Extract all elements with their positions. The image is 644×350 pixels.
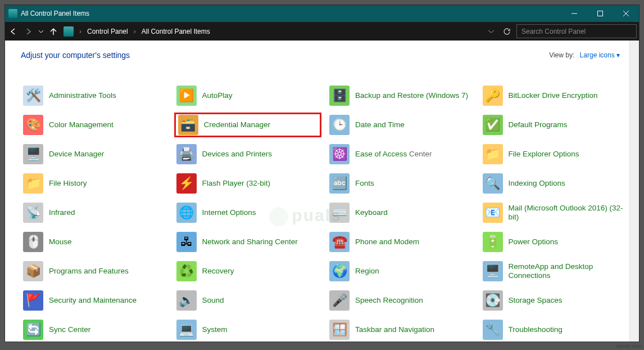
item-icon: 💽 — [483, 290, 503, 311]
item-label: AutoPlay — [202, 91, 233, 100]
item-icon: 🖥️ — [483, 261, 503, 281]
item-infrared[interactable]: 📡Infrared — [21, 200, 169, 225]
item-default-programs[interactable]: ✅Default Programs — [480, 113, 628, 137]
item-icon: 🗃️ — [178, 115, 198, 135]
item-mail-microsoft-outlook-2016-32-bit[interactable]: 📧Mail (Microsoft Outlook 2016) (32-bit) — [480, 200, 628, 225]
close-button[interactable] — [613, 5, 639, 22]
content-area: Adjust your computer's settings View by:… — [5, 41, 639, 342]
item-bitlocker-drive-encryption[interactable]: 🔑BitLocker Drive Encryption — [480, 83, 628, 108]
item-storage-spaces[interactable]: 💽Storage Spaces — [480, 288, 628, 313]
item-label: Indexing Options — [509, 179, 565, 188]
item-icon: 📦 — [23, 261, 43, 281]
item-system[interactable]: 💻System — [174, 317, 322, 342]
item-indexing-options[interactable]: 🔍Indexing Options — [480, 171, 628, 196]
item-icon: 🛠️ — [23, 86, 43, 106]
item-device-manager[interactable]: 🖥️Device Manager — [21, 142, 169, 167]
item-fonts[interactable]: 🔤Fonts — [327, 171, 475, 196]
item-sound[interactable]: 🔊Sound — [174, 288, 322, 313]
item-label: Keyboard — [355, 208, 388, 217]
item-devices-and-printers[interactable]: 🖨️Devices and Printers — [174, 142, 322, 167]
item-remoteapp-and-desktop-connections[interactable]: 🖥️RemoteApp and Desktop Connections — [480, 259, 628, 284]
item-file-history[interactable]: 📁File History — [21, 171, 169, 196]
item-phone-and-modem[interactable]: ☎️Phone and Modem — [327, 230, 475, 254]
item-icon: 🔋 — [483, 232, 503, 252]
item-label: Fonts — [355, 179, 374, 188]
item-icon: 💻 — [176, 320, 197, 340]
item-sync-center[interactable]: 🔄Sync Center — [21, 317, 169, 342]
item-label: Mail (Microsoft Outlook 2016) (32-bit) — [509, 204, 626, 222]
search-input[interactable]: Search Control Panel — [516, 24, 637, 38]
chevron-right-icon: › — [131, 28, 138, 35]
item-label: Internet Options — [202, 208, 256, 217]
page-heading: Adjust your computer's settings — [21, 51, 130, 60]
view-by: View by: Large icons ▾ — [549, 51, 620, 59]
item-label: Device Manager — [49, 150, 104, 159]
item-label: Administrative Tools — [49, 91, 116, 100]
item-flash-player-32-bit[interactable]: ⚡Flash Player (32-bit) — [174, 171, 322, 196]
navigation-bar: › Control Panel › All Control Panel Item… — [5, 22, 639, 41]
item-power-options[interactable]: 🔋Power Options — [480, 230, 628, 254]
item-region[interactable]: 🌍Region — [327, 259, 475, 284]
item-label: Recovery — [202, 267, 234, 276]
item-label: File Explorer Options — [509, 150, 579, 159]
item-label: Date and Time — [355, 120, 405, 129]
item-autoplay[interactable]: ▶️AutoPlay — [174, 83, 322, 108]
item-icon: 🔄 — [23, 320, 43, 340]
control-panel-window: All Control Panel Items › Control Panel … — [4, 5, 640, 342]
breadcrumb-root[interactable]: Control Panel — [85, 26, 130, 37]
recent-dropdown[interactable] — [37, 22, 46, 41]
item-speech-recognition[interactable]: 🎤Speech Recognition — [327, 288, 475, 313]
chevron-right-icon: › — [77, 28, 84, 35]
item-label: RemoteApp and Desktop Connections — [509, 262, 626, 280]
item-file-explorer-options[interactable]: 📁File Explorer Options — [480, 142, 628, 167]
up-button[interactable] — [46, 22, 61, 41]
item-label: Backup and Restore (Windows 7) — [355, 91, 468, 100]
item-label: Devices and Printers — [202, 150, 273, 159]
item-label: Security and Maintenance — [49, 296, 137, 305]
back-button[interactable] — [5, 22, 21, 41]
item-network-and-sharing-center[interactable]: 🖧Network and Sharing Center — [174, 230, 322, 254]
item-administrative-tools[interactable]: 🛠️Administrative Tools — [21, 83, 169, 108]
item-taskbar-and-navigation[interactable]: 🪟Taskbar and Navigation — [327, 317, 475, 342]
item-icon: 🌐 — [176, 203, 197, 223]
item-icon: 🪟 — [329, 320, 350, 340]
item-label: Color Management — [49, 120, 114, 129]
item-icon: 🎨 — [23, 115, 43, 135]
item-internet-options[interactable]: 🌐Internet Options — [174, 200, 322, 225]
item-recovery[interactable]: ♻️Recovery — [174, 259, 322, 284]
item-label: System — [202, 325, 228, 334]
item-label: Storage Spaces — [509, 296, 563, 305]
item-label: Credential Manager — [204, 120, 271, 129]
item-ease-of-access-center[interactable]: ☸️Ease of Access Center — [327, 142, 475, 167]
item-credential-manager[interactable]: 🗃️Credential Manager — [174, 113, 322, 137]
view-by-dropdown[interactable]: Large icons ▾ — [580, 51, 620, 59]
vertical-scrollbar[interactable] — [629, 41, 639, 342]
item-icon: 🌍 — [329, 261, 350, 281]
breadcrumb-leaf[interactable]: All Control Panel Items — [139, 26, 212, 37]
item-keyboard[interactable]: ⌨️Keyboard — [327, 200, 475, 225]
item-label: Network and Sharing Center — [202, 237, 298, 246]
item-troubleshooting[interactable]: 🔧Troubleshooting — [480, 317, 628, 342]
maximize-button[interactable] — [587, 5, 613, 22]
item-mouse[interactable]: 🖱️Mouse — [21, 230, 169, 254]
item-date-and-time[interactable]: 🕒Date and Time — [327, 113, 475, 137]
minimize-button[interactable] — [561, 5, 587, 22]
item-programs-and-features[interactable]: 📦Programs and Features — [21, 259, 169, 284]
item-icon: 🖱️ — [23, 232, 43, 252]
refresh-dropdown[interactable] — [485, 29, 497, 34]
breadcrumb[interactable]: › Control Panel › All Control Panel Item… — [61, 26, 485, 37]
items-grid: 🛠️Administrative Tools▶️AutoPlay🗄️Backup… — [5, 63, 639, 342]
item-color-management[interactable]: 🎨Color Management — [21, 113, 169, 137]
refresh-button[interactable] — [500, 28, 514, 35]
item-label: Speech Recognition — [355, 296, 423, 305]
item-label: Sound — [202, 296, 224, 305]
forward-button[interactable] — [21, 22, 37, 41]
item-security-and-maintenance[interactable]: 🚩Security and Maintenance — [21, 288, 169, 313]
item-icon: 🗄️ — [329, 86, 350, 106]
item-label: Mouse — [49, 237, 72, 246]
item-label: Programs and Features — [49, 267, 129, 276]
item-icon: ☸️ — [329, 144, 350, 164]
item-label: Taskbar and Navigation — [355, 325, 434, 334]
item-icon: ✅ — [483, 115, 503, 135]
item-backup-and-restore-windows-7[interactable]: 🗄️Backup and Restore (Windows 7) — [327, 83, 475, 108]
